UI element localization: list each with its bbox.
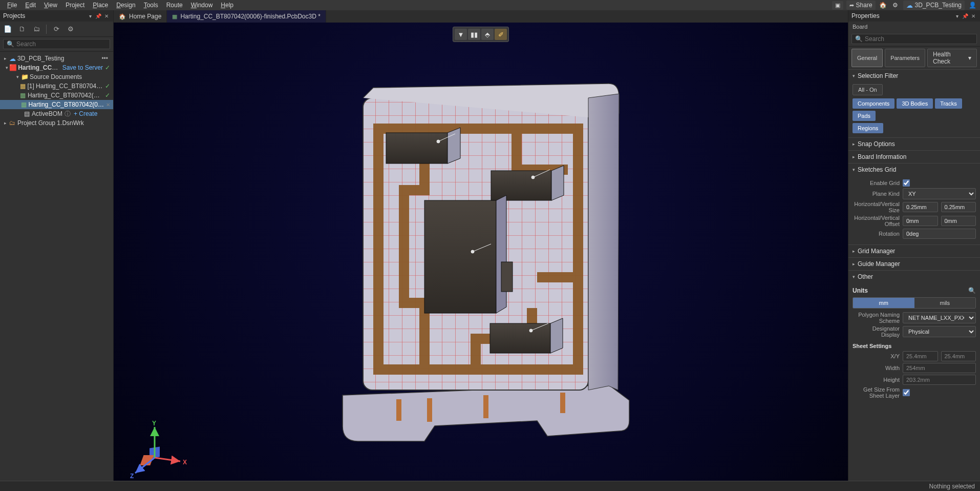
- save-to-server-link[interactable]: Save to Server: [62, 64, 103, 71]
- tree-project-group[interactable]: ▸🗂 Project Group 1.DsnWrk: [0, 118, 113, 128]
- menu-design[interactable]: Design: [112, 1, 139, 10]
- refresh-icon[interactable]: ⟳: [52, 25, 61, 34]
- section-selection-filter[interactable]: ▾Selection Filter: [848, 70, 980, 82]
- grid-size-v-input[interactable]: [941, 202, 976, 212]
- compile-icon[interactable]: 🗂: [32, 25, 41, 34]
- close-doc-icon[interactable]: ✕: [106, 102, 110, 108]
- section-grid-manager[interactable]: ▸Grid Manager: [848, 245, 980, 257]
- properties-search[interactable]: 🔍: [851, 34, 977, 44]
- svg-rect-2: [386, 133, 448, 163]
- sheet-xy-label: X/Y: [853, 353, 900, 359]
- menu-project[interactable]: Project: [61, 1, 89, 10]
- tab-general[interactable]: General: [851, 49, 883, 67]
- svg-marker-5: [551, 166, 564, 200]
- section-gridmgr-label: Grid Manager: [858, 248, 895, 255]
- user-avatar[interactable]: 👤: [968, 1, 977, 10]
- rotation-input[interactable]: [903, 229, 976, 239]
- filter-3d-bodies[interactable]: 3D Bodies: [897, 98, 933, 109]
- svg-rect-4: [491, 171, 551, 200]
- filter-components[interactable]: Components: [853, 98, 894, 109]
- grid-size-h-input[interactable]: [903, 202, 938, 212]
- poly-scheme-label: Polygon Naming Scheme: [853, 312, 900, 324]
- menu-help[interactable]: Help: [217, 1, 238, 10]
- new-doc-icon[interactable]: 📄: [3, 25, 12, 34]
- tree-doc-3d[interactable]: ▦ Harting_CC_BT807042(0006)-fi ✕: [0, 100, 113, 109]
- tree-activebom[interactable]: ▤ ActiveBOM ⓘ + Create: [0, 109, 113, 118]
- projects-search-input[interactable]: [16, 40, 106, 48]
- section-board-info[interactable]: ▸Board Information: [848, 151, 980, 163]
- panel-dropdown-icon[interactable]: ▾: [953, 12, 961, 19]
- filter-view-button[interactable]: ▼: [455, 29, 467, 40]
- menu-edit[interactable]: Edit: [21, 1, 40, 10]
- settings-icon[interactable]: ⚙: [891, 1, 900, 10]
- tab-parameters[interactable]: Parameters: [885, 49, 925, 67]
- properties-search-input[interactable]: [865, 35, 973, 43]
- menu-place[interactable]: Place: [89, 1, 112, 10]
- share-button[interactable]: ➦ Share: [846, 1, 876, 10]
- plane-kind-select[interactable]: XY: [903, 188, 976, 199]
- tree-doc-pcb[interactable]: ▦ Harting_CC_BT807042(0006)-b ✓: [0, 91, 113, 100]
- tab-home[interactable]: 🏠 Home Page: [114, 10, 167, 23]
- options-icon[interactable]: ⚙: [66, 25, 75, 34]
- grid-offset-v-input[interactable]: [941, 216, 976, 226]
- notify-button[interactable]: ▣: [832, 1, 843, 10]
- workspace-button[interactable]: ☁ 3D_PCB_Testing: [903, 1, 965, 10]
- save-icon[interactable]: 🗋: [17, 25, 27, 34]
- panel-pin-icon[interactable]: 📌: [962, 12, 969, 19]
- projects-search[interactable]: 🔍: [3, 39, 110, 49]
- section-other[interactable]: ▾Other: [848, 271, 980, 283]
- home-icon[interactable]: 🏠: [879, 1, 888, 10]
- units-mils-button[interactable]: mils: [914, 298, 976, 308]
- section-snap-options[interactable]: ▸Snap Options: [848, 138, 980, 150]
- tree-source-documents[interactable]: ▾📁 Source Documents: [0, 72, 113, 81]
- sheet-height-input: [903, 375, 976, 385]
- filter-regions[interactable]: Regions: [853, 123, 883, 133]
- menu-view[interactable]: View: [40, 1, 61, 10]
- tree-group-label: Project Group 1.DsnWrk: [17, 119, 84, 127]
- measure-view-button[interactable]: ✐: [495, 29, 507, 40]
- units-mm-button[interactable]: mm: [853, 298, 914, 308]
- projects-title: Projects: [3, 12, 86, 19]
- section-sketches-grid[interactable]: ▾Sketches Grid: [848, 163, 980, 176]
- axis-y-label: Y: [152, 420, 156, 427]
- panel-close-icon[interactable]: ✕: [103, 12, 110, 19]
- filter-all-on-button[interactable]: All - On: [853, 84, 883, 95]
- grid-offset-h-input[interactable]: [903, 216, 938, 226]
- search-icon[interactable]: 🔍: [968, 287, 976, 294]
- tree-doc2-label: Harting_CC_BT807042(0006)-b: [28, 92, 103, 99]
- bom-create-link[interactable]: + Create: [74, 110, 97, 117]
- enable-grid-checkbox[interactable]: [903, 179, 910, 187]
- tab-health-label: Health Check: [933, 51, 966, 65]
- menu-file[interactable]: File: [3, 1, 21, 10]
- get-size-checkbox[interactable]: [903, 389, 910, 396]
- tab-document[interactable]: ▦ Harting_CC_BT807042(0006)-finished.Pcb…: [167, 10, 326, 23]
- tab-health-check[interactable]: Health Check ▾: [927, 49, 977, 67]
- layers-view-button[interactable]: ▮▮: [468, 29, 480, 40]
- tree-workspace[interactable]: ▸☁ 3D_PCB_Testing •••: [0, 54, 113, 63]
- menu-tools[interactable]: Tools: [140, 1, 162, 10]
- get-size-label: Get Size From Sheet Layer: [853, 386, 900, 399]
- flip-view-button[interactable]: ⬘: [481, 29, 494, 40]
- document-tabs: 🏠 Home Page ▦ Harting_CC_BT807042(0006)-…: [114, 10, 848, 23]
- designator-select[interactable]: Physical: [903, 326, 976, 337]
- info-icon[interactable]: ⓘ: [65, 110, 71, 118]
- sheet-x-input: [903, 351, 938, 361]
- filter-pads[interactable]: Pads: [853, 111, 876, 121]
- menu-route[interactable]: Route: [162, 1, 187, 10]
- plane-kind-label: Plane Kind: [853, 191, 900, 197]
- menu-window[interactable]: Window: [187, 1, 217, 10]
- svg-rect-9: [490, 323, 550, 353]
- sheet-y-input: [941, 351, 976, 361]
- filter-tracks[interactable]: Tracks: [935, 98, 962, 109]
- ellipsis-icon[interactable]: •••: [99, 55, 110, 62]
- poly-scheme-select[interactable]: NET NAME_LXX_PXXX: [903, 312, 976, 323]
- panel-dropdown-icon[interactable]: ▾: [87, 12, 94, 19]
- tree-project[interactable]: ▾🟥 Harting_CC_BT8070 Save to Server ✓: [0, 63, 113, 72]
- panel-pin-icon[interactable]: 📌: [95, 12, 102, 19]
- section-guide-manager[interactable]: ▸Guide Manager: [848, 258, 980, 270]
- section-sketches-label: Sketches Grid: [858, 166, 896, 173]
- sheet-width-input: [903, 363, 976, 373]
- panel-close-icon[interactable]: ✕: [970, 12, 977, 19]
- 3d-viewport[interactable]: ▼ ▮▮ ⬘ ✐: [114, 23, 848, 491]
- tree-doc-schematic[interactable]: ▦ [1] Harting_CC_BT807042(0006 ✓: [0, 81, 113, 91]
